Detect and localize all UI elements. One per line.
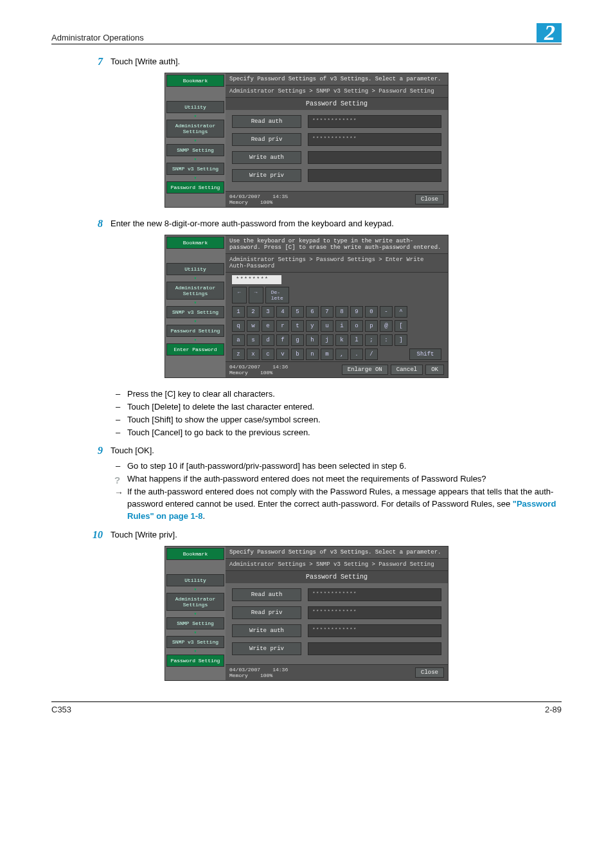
footer-memory-label: Memory bbox=[229, 199, 248, 205]
sidebar-snmp[interactable]: SNMP Setting bbox=[166, 617, 224, 629]
panel-title: Password Setting bbox=[226, 98, 448, 110]
key-d[interactable]: d bbox=[262, 334, 274, 346]
key-l[interactable]: l bbox=[350, 334, 363, 346]
key-m[interactable]: m bbox=[321, 348, 333, 360]
key-u[interactable]: u bbox=[321, 320, 333, 332]
ok-button[interactable]: OK bbox=[425, 365, 444, 375]
sidebar-utility[interactable]: Utility bbox=[166, 574, 224, 586]
sidebar-snmp-v3[interactable]: SNMP v3 Setting bbox=[166, 636, 224, 648]
key-7[interactable]: 7 bbox=[321, 306, 333, 318]
read-priv-button[interactable]: Read priv bbox=[232, 606, 301, 619]
write-auth-button[interactable]: Write auth bbox=[232, 624, 301, 637]
key-n[interactable]: n bbox=[306, 348, 319, 360]
chevron-down-icon: ▾ bbox=[166, 320, 224, 323]
read-auth-value: ************ bbox=[308, 115, 441, 128]
key-4[interactable]: 4 bbox=[276, 306, 289, 318]
key-][interactable]: ] bbox=[395, 334, 407, 346]
key-:[interactable]: : bbox=[380, 334, 393, 346]
arrow-right-button[interactable]: → bbox=[249, 287, 263, 303]
password-input[interactable]: ******** bbox=[232, 275, 281, 284]
close-button[interactable]: Close bbox=[415, 667, 444, 678]
delete-button[interactable]: De- lete bbox=[265, 287, 289, 303]
key-e[interactable]: e bbox=[262, 320, 274, 332]
bullet: Touch [Cancel] to go back to the previou… bbox=[116, 427, 562, 439]
sidebar-bookmark[interactable]: Bookmark bbox=[166, 548, 224, 560]
bullet: Touch [Shift] to show the upper case/sym… bbox=[116, 414, 562, 426]
key-2[interactable]: 2 bbox=[247, 306, 260, 318]
key-.[interactable]: . bbox=[350, 348, 363, 360]
sidebar-bookmark[interactable]: Bookmark bbox=[166, 75, 224, 87]
write-priv-button[interactable]: Write priv bbox=[232, 642, 301, 655]
sidebar-admin-settings[interactable]: Administrator Settings bbox=[166, 282, 224, 300]
arrow-left-button[interactable]: ← bbox=[232, 287, 247, 303]
write-auth-button[interactable]: Write auth bbox=[232, 151, 301, 164]
key-;[interactable]: ; bbox=[365, 334, 378, 346]
key-1[interactable]: 1 bbox=[232, 306, 245, 318]
sidebar-password-setting[interactable]: Password Setting bbox=[166, 655, 224, 667]
key-^[interactable]: ^ bbox=[395, 306, 407, 318]
write-auth-value: ************ bbox=[308, 624, 441, 637]
write-priv-button[interactable]: Write priv bbox=[232, 169, 301, 182]
key-6[interactable]: 6 bbox=[306, 306, 319, 318]
key-x[interactable]: x bbox=[247, 348, 260, 360]
key-r[interactable]: r bbox=[276, 320, 289, 332]
sidebar-snmp-v3[interactable]: SNMP v3 Setting bbox=[166, 306, 224, 318]
panel-instruction: Use the keyboard or keypad to type in th… bbox=[226, 235, 448, 254]
key-,[interactable]: , bbox=[335, 348, 348, 360]
key-q[interactable]: q bbox=[232, 320, 245, 332]
key-g[interactable]: g bbox=[291, 334, 304, 346]
key-/[interactable]: / bbox=[365, 348, 378, 360]
sidebar-bookmark[interactable]: Bookmark bbox=[166, 237, 224, 249]
key-5[interactable]: 5 bbox=[291, 306, 304, 318]
key-h[interactable]: h bbox=[306, 334, 319, 346]
key-j[interactable]: j bbox=[321, 334, 333, 346]
read-auth-value: ************ bbox=[308, 588, 441, 601]
key-s[interactable]: s bbox=[247, 334, 260, 346]
close-button[interactable]: Close bbox=[415, 194, 444, 204]
key-t[interactable]: t bbox=[291, 320, 304, 332]
enlarge-button[interactable]: Enlarge ON bbox=[342, 365, 388, 375]
sidebar-password-setting[interactable]: Password Setting bbox=[166, 325, 224, 337]
key-i[interactable]: i bbox=[335, 320, 348, 332]
key-a[interactable]: a bbox=[232, 334, 245, 346]
keyboard-row-3: asdfghjkl;:] bbox=[226, 333, 448, 347]
sidebar-utility[interactable]: Utility bbox=[166, 263, 224, 275]
key-y[interactable]: y bbox=[306, 320, 319, 332]
sidebar-password-setting[interactable]: Password Setting bbox=[166, 181, 224, 194]
sidebar-admin-settings[interactable]: Administrator Settings bbox=[166, 593, 224, 611]
bullet: Go to step 10 if [auth-password/priv-pas… bbox=[116, 460, 562, 473]
key-[[interactable]: [ bbox=[395, 320, 407, 332]
shift-button[interactable]: Shift bbox=[409, 348, 441, 360]
key-w[interactable]: w bbox=[247, 320, 260, 332]
sidebar-admin-settings[interactable]: Administrator Settings bbox=[166, 120, 224, 138]
footer-date: 04/03/2007 bbox=[229, 364, 260, 370]
chevron-down-icon: ▾ bbox=[166, 649, 224, 653]
key-k[interactable]: k bbox=[335, 334, 348, 346]
sidebar-enter-password[interactable]: Enter Password bbox=[166, 343, 224, 356]
read-auth-button[interactable]: Read auth bbox=[232, 115, 301, 128]
footer-memory-pct: 100% bbox=[260, 370, 272, 375]
chevron-down-icon: ▾ bbox=[166, 338, 224, 342]
key-0[interactable]: 0 bbox=[365, 306, 378, 318]
key-b[interactable]: b bbox=[291, 348, 304, 360]
cancel-button[interactable]: Cancel bbox=[391, 365, 423, 375]
key-9[interactable]: 9 bbox=[350, 306, 363, 318]
key-@[interactable]: @ bbox=[380, 320, 393, 332]
key-o[interactable]: o bbox=[350, 320, 363, 332]
read-auth-button[interactable]: Read auth bbox=[232, 588, 301, 601]
sidebar-utility[interactable]: Utility bbox=[166, 101, 224, 113]
key-c[interactable]: c bbox=[262, 348, 274, 360]
key-v[interactable]: v bbox=[276, 348, 289, 360]
key-z[interactable]: z bbox=[232, 348, 245, 360]
key-f[interactable]: f bbox=[276, 334, 289, 346]
key-3[interactable]: 3 bbox=[262, 306, 274, 318]
read-priv-button[interactable]: Read priv bbox=[232, 133, 301, 146]
sidebar-snmp-v3[interactable]: SNMP v3 Setting bbox=[166, 163, 224, 175]
key-p[interactable]: p bbox=[365, 320, 378, 332]
footer-date: 04/03/2007 bbox=[229, 194, 260, 199]
sidebar-snmp[interactable]: SNMP Setting bbox=[166, 144, 224, 156]
key--[interactable]: - bbox=[380, 306, 393, 318]
chevron-down-icon: ▾ bbox=[166, 114, 224, 118]
answer-text-pre: If the auth-password entered does not co… bbox=[127, 487, 553, 509]
key-8[interactable]: 8 bbox=[335, 306, 348, 318]
